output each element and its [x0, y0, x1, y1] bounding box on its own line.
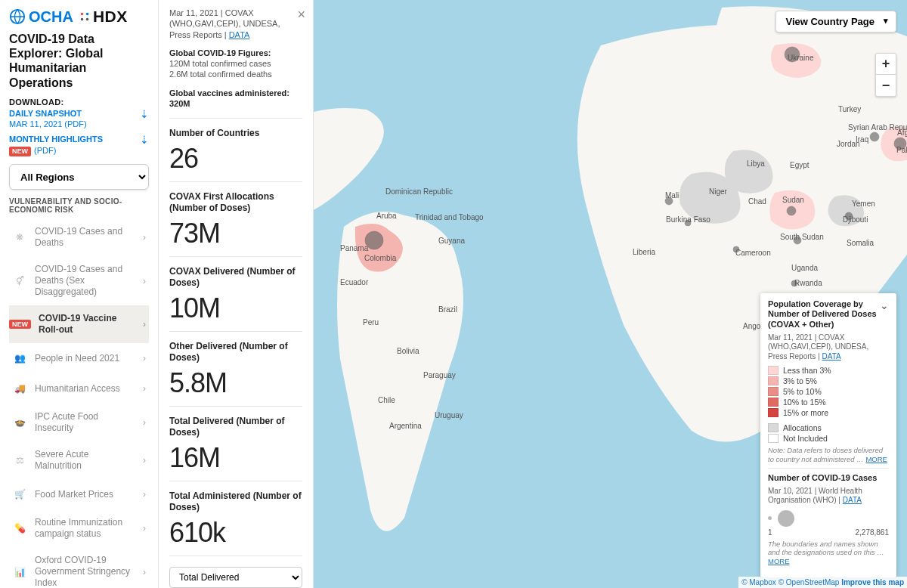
sidebar-item-label: Routine Immunization campaign status	[35, 517, 135, 540]
sidebar-item-cases[interactable]: ❋COVID-19 Cases and Deaths›	[9, 218, 149, 256]
close-icon[interactable]: ×	[297, 6, 305, 23]
legend-disclaimer: The boundaries and names shown and the d…	[768, 540, 889, 565]
sidebar-item-ipc[interactable]: 🍲IPC Acute Food Insecurity›	[9, 404, 149, 441]
country-label: Jordan	[837, 140, 860, 148]
region-select[interactable]: All Regions	[9, 164, 149, 190]
sidebar-item-cases-sex[interactable]: ⚥COVID-19 Cases and Deaths (Sex Disaggre…	[9, 256, 149, 305]
country-label: Colombia	[364, 254, 397, 262]
country-label: Chad	[748, 197, 766, 206]
case-marker[interactable]	[787, 206, 796, 215]
view-country-page-button[interactable]: View Country Page	[775, 11, 896, 32]
sam-icon: ⚖	[12, 453, 27, 468]
sidebar-item-label: COVID-19 Cases and Deaths	[35, 226, 135, 249]
stat-value: 610k	[169, 519, 302, 546]
access-icon: 🚚	[12, 381, 27, 396]
global-cases: 120M total confirmed cases	[169, 58, 302, 69]
sidebar-item-sam[interactable]: ⚖Severe Acute Malnutrition›	[9, 441, 149, 479]
stat-value: 5.8M	[169, 370, 302, 397]
chevron-right-icon: ›	[143, 383, 146, 394]
stats-panel: × Mar 11, 2021 | COVAX (WHO,GAVI,CEPI), …	[159, 0, 314, 588]
swatch	[768, 376, 779, 385]
country-label: Libya	[747, 159, 765, 168]
stats-header: × Mar 11, 2021 | COVAX (WHO,GAVI,CEPI), …	[169, 8, 302, 109]
download-daily[interactable]: DAILY SNAPSHOT MAR 11, 2021 (PDF) ⇣	[9, 108, 149, 130]
stat-value: 26	[169, 145, 302, 172]
legend-swatch-row: 10% to 15%	[768, 398, 889, 407]
country-label: Rwanda	[794, 279, 822, 287]
stat-block: Number of Countries26	[169, 118, 302, 182]
country-label: Afghanistan	[897, 128, 907, 137]
stats-metric-select[interactable]: Total Delivered	[169, 567, 302, 588]
sidebar-item-label: Severe Acute Malnutrition	[35, 449, 135, 472]
stats-data-link[interactable]: DATA	[229, 30, 250, 39]
chevron-right-icon: ›	[143, 489, 146, 500]
country-label: Aruba	[376, 212, 397, 220]
stat-label: COVAX First Allocations (Number of Doses…	[169, 191, 302, 214]
stat-label: Total Delivered (Number of Doses)	[169, 416, 302, 438]
ocha-logo[interactable]: OCHA	[9, 8, 73, 26]
sidebar-item-label: Humanitarian Access	[35, 383, 135, 395]
osm-link[interactable]: © OpenStreetMap	[779, 578, 840, 586]
country-label: South Sudan	[780, 233, 824, 241]
download-heading: DOWNLOAD:	[9, 97, 149, 107]
chevron-right-icon: ›	[143, 455, 146, 466]
country-label: Uruguay	[435, 411, 463, 419]
country-label: Bolivia	[397, 347, 419, 355]
sidebar-item-label: People in Need 2021	[35, 353, 135, 364]
stat-label: Number of Countries	[169, 128, 302, 139]
sidebar-item-food-prices[interactable]: 🛒Food Market Prices›	[9, 479, 149, 509]
hdx-logo[interactable]: HDX	[79, 8, 128, 26]
map-area[interactable]: Dominican RepublicArubaTrinidad and Toba…	[314, 0, 907, 588]
oxford-icon: 📊	[12, 565, 27, 580]
new-badge: NEW	[9, 320, 31, 329]
country-label: Chile	[378, 396, 395, 404]
svg-point-4	[86, 18, 89, 21]
legend-note: Note: Data refers to doses delivered to …	[768, 446, 889, 463]
global-vaccines: Global vaccines administered: 320M	[169, 88, 302, 110]
legend-data-link[interactable]: DATA	[822, 352, 841, 361]
sidebar-item-vaccine[interactable]: NEWCOVID-19 Vaccine Roll-out›	[9, 305, 149, 343]
chevron-right-icon: ›	[143, 567, 146, 577]
cases-icon: ❋	[12, 230, 27, 245]
svg-point-3	[81, 18, 84, 21]
immunization-icon: 💊	[12, 521, 27, 536]
chevron-down-icon[interactable]: ⌄	[880, 299, 889, 311]
global-deaths: 2.6M total confirmed deaths	[169, 69, 302, 79]
mapbox-link[interactable]: © Mapbox	[741, 578, 776, 586]
swatch-label: 3% to 5%	[783, 376, 817, 385]
sidebar-item-access[interactable]: 🚚Humanitarian Access›	[9, 373, 149, 404]
country-label: Turkey	[838, 105, 861, 113]
sidebar-item-label: IPC Acute Food Insecurity	[35, 411, 135, 434]
logos: OCHA HDX	[9, 8, 149, 26]
improve-map-link[interactable]: Improve this map	[841, 578, 904, 586]
un-icon	[9, 8, 26, 25]
sidebar-item-label: COVID-19 Cases and Deaths (Sex Disaggreg…	[35, 264, 135, 298]
download-monthly[interactable]: MONTHLY HIGHLIGHTS NEW(PDF) ⇣	[9, 134, 149, 156]
case-marker[interactable]	[870, 132, 879, 141]
legend-disclaimer-more-link[interactable]: MORE	[768, 557, 790, 565]
country-label: Pakistan	[896, 146, 907, 154]
sidebar-item-oxford[interactable]: 📊Oxford COVID-19 Government Stringency I…	[9, 547, 149, 588]
zoom-out-button[interactable]: −	[876, 75, 896, 96]
cases-sex-icon: ⚥	[12, 274, 27, 289]
sidebar-item-immunization[interactable]: 💊Routine Immunization campaign status›	[9, 509, 149, 547]
country-label: Burkina Faso	[666, 215, 710, 224]
legend-allocations: Allocations	[768, 423, 889, 432]
chevron-right-icon: ›	[143, 353, 146, 364]
zoom-in-button[interactable]: +	[876, 54, 896, 75]
stat-value: 16M	[169, 444, 302, 472]
legend-cases-data-link[interactable]: DATA	[843, 496, 862, 504]
legend-cases-meta: Mar 10, 2021 | World Health Organisation…	[768, 487, 889, 506]
stat-block: COVAX First Allocations (Number of Doses…	[169, 191, 302, 257]
legend-more-link[interactable]: MORE	[865, 455, 887, 463]
swatch	[768, 366, 779, 375]
global-heading: Global COVID-19 Figures:	[169, 48, 302, 58]
country-label: Panama	[340, 244, 369, 252]
legend-swatch-row: 5% to 10%	[768, 387, 889, 396]
svg-point-1	[81, 13, 84, 16]
svg-point-2	[86, 13, 89, 16]
country-label: Cameroon	[735, 249, 771, 257]
zoom-control: + −	[875, 53, 896, 97]
sidebar-item-pin[interactable]: 👥People in Need 2021›	[9, 343, 149, 373]
country-label: Mali	[665, 191, 679, 200]
